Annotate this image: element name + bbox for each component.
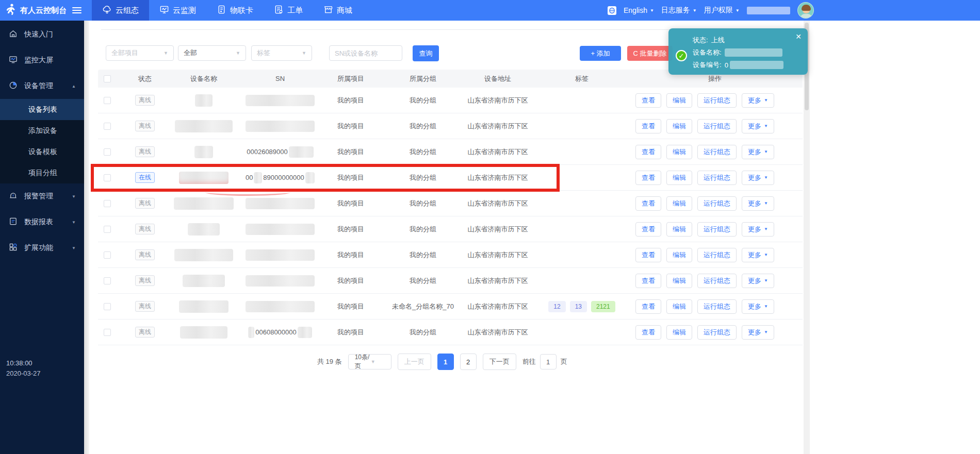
view-button[interactable]: 查看 bbox=[635, 145, 661, 159]
view-button[interactable]: 查看 bbox=[635, 274, 661, 288]
query-button[interactable]: 查询 bbox=[413, 45, 439, 61]
page-size-select[interactable]: 10条/页▼ bbox=[348, 354, 391, 369]
more-button[interactable]: 更多▼ bbox=[742, 145, 774, 159]
run-scada-button[interactable]: 运行组态 bbox=[697, 325, 737, 340]
device-name-redacted bbox=[174, 197, 234, 210]
tab-cloud-monitor[interactable]: 云监测 bbox=[149, 0, 206, 21]
device-icon bbox=[9, 81, 18, 91]
user-permission-menu[interactable]: 用户权限▼ bbox=[704, 6, 740, 15]
cell-project: 我的项目 bbox=[315, 276, 387, 285]
goto-page-input[interactable] bbox=[540, 354, 557, 369]
sidebar-item-alarm-management[interactable]: 报警管理 ▼ bbox=[0, 183, 84, 209]
row-checkbox[interactable] bbox=[104, 303, 111, 310]
project-filter-select[interactable]: 全部项目▼ bbox=[106, 45, 174, 61]
page-number-2[interactable]: 2 bbox=[460, 354, 477, 370]
row-checkbox[interactable] bbox=[104, 148, 111, 156]
row-checkbox[interactable] bbox=[104, 97, 111, 104]
status-badge: 离线 bbox=[135, 249, 155, 260]
sidebar-item-project-group[interactable]: 项目分组 bbox=[0, 162, 84, 183]
run-scada-button[interactable]: 运行组态 bbox=[697, 274, 737, 288]
sidebar-item-add-device[interactable]: 添加设备 bbox=[0, 120, 84, 141]
language-selector[interactable]: English▼ bbox=[624, 6, 654, 14]
select-all-checkbox[interactable] bbox=[104, 75, 111, 82]
cell-checkbox bbox=[98, 97, 128, 104]
sidebar-item-device-template[interactable]: 设备模板 bbox=[0, 141, 84, 162]
row-checkbox[interactable] bbox=[104, 329, 111, 336]
toast-status-value: 上线 bbox=[711, 36, 725, 45]
edit-button[interactable]: 编辑 bbox=[666, 248, 692, 262]
view-button[interactable]: 查看 bbox=[635, 325, 661, 340]
tag-filter-select[interactable]: 标签▼ bbox=[251, 45, 312, 61]
tab-mall[interactable]: 商城 bbox=[313, 0, 363, 21]
view-button[interactable]: 查看 bbox=[635, 93, 661, 108]
edit-button[interactable]: 编辑 bbox=[666, 274, 692, 288]
more-button[interactable]: 更多▼ bbox=[742, 119, 774, 133]
cell-device-name bbox=[162, 249, 246, 261]
close-icon[interactable]: ✕ bbox=[795, 32, 802, 41]
row-checkbox[interactable] bbox=[104, 226, 111, 233]
tab-work-order[interactable]: 工单 bbox=[264, 0, 313, 21]
view-button[interactable]: 查看 bbox=[635, 248, 661, 262]
edit-button[interactable]: 编辑 bbox=[666, 145, 692, 159]
tab-cloud-scada[interactable]: 云组态 bbox=[92, 0, 149, 21]
view-button[interactable]: 查看 bbox=[635, 119, 661, 133]
tab-iot-card[interactable]: 物联卡 bbox=[206, 0, 264, 21]
prev-page-button[interactable]: 上一页 bbox=[398, 354, 431, 370]
run-scada-button[interactable]: 运行组态 bbox=[697, 93, 737, 108]
more-button[interactable]: 更多▼ bbox=[742, 93, 774, 108]
cell-device-name bbox=[162, 275, 246, 287]
sidebar-scrollbar[interactable] bbox=[84, 21, 89, 454]
table-row-8: 离线我的项目我的分组山东省济南市历下区查看编辑运行组态更多▼ bbox=[98, 268, 803, 294]
run-scada-button[interactable]: 运行组态 bbox=[697, 196, 737, 211]
view-button[interactable]: 查看 bbox=[635, 222, 661, 237]
edit-button[interactable]: 编辑 bbox=[666, 119, 692, 133]
sidebar-item-device-list[interactable]: 设备列表 bbox=[0, 99, 84, 120]
more-button[interactable]: 更多▼ bbox=[742, 171, 774, 185]
chevron-down-icon: ▼ bbox=[736, 8, 740, 13]
row-checkbox[interactable] bbox=[104, 200, 111, 207]
edit-button[interactable]: 编辑 bbox=[666, 171, 692, 185]
edit-button[interactable]: 编辑 bbox=[666, 196, 692, 211]
view-button[interactable]: 查看 bbox=[635, 196, 661, 211]
log-service-menu[interactable]: 日志服务▼ bbox=[661, 6, 697, 15]
more-button[interactable]: 更多▼ bbox=[742, 248, 774, 262]
page-scrollbar[interactable] bbox=[804, 21, 810, 454]
row-checkbox[interactable] bbox=[104, 174, 111, 181]
user-avatar[interactable] bbox=[797, 2, 814, 19]
edit-button[interactable]: 编辑 bbox=[666, 325, 692, 340]
sidebar-item-extensions[interactable]: 扩展功能 ▼ bbox=[0, 235, 84, 261]
sidebar-item-device-management[interactable]: 设备管理 ▲ bbox=[0, 73, 84, 99]
hamburger-menu-icon[interactable] bbox=[72, 7, 81, 13]
edit-button[interactable]: 编辑 bbox=[666, 222, 692, 237]
goto-label: 前往 bbox=[522, 357, 536, 366]
page-number-1[interactable]: 1 bbox=[437, 354, 454, 370]
more-button[interactable]: 更多▼ bbox=[742, 299, 774, 314]
sidebar-item-monitor-screen[interactable]: 监控大屏 bbox=[0, 47, 84, 73]
row-checkbox[interactable] bbox=[104, 251, 111, 259]
run-scada-button[interactable]: 运行组态 bbox=[697, 119, 737, 133]
run-scada-button[interactable]: 运行组态 bbox=[697, 222, 737, 237]
add-device-button[interactable]: + 添加 bbox=[580, 46, 621, 61]
edit-button[interactable]: 编辑 bbox=[666, 299, 692, 314]
search-input[interactable] bbox=[329, 45, 402, 61]
more-button[interactable]: 更多▼ bbox=[742, 274, 774, 288]
tag-badge: 12 bbox=[548, 301, 565, 312]
run-scada-button[interactable]: 运行组态 bbox=[697, 171, 737, 185]
view-button[interactable]: 查看 bbox=[635, 299, 661, 314]
toast-device-code-label: 设备编号: bbox=[693, 60, 722, 70]
more-button[interactable]: 更多▼ bbox=[742, 325, 774, 340]
row-checkbox[interactable] bbox=[104, 123, 111, 130]
scope-filter-select[interactable]: 全部▼ bbox=[178, 45, 246, 61]
run-scada-button[interactable]: 运行组态 bbox=[697, 299, 737, 314]
view-button[interactable]: 查看 bbox=[635, 171, 661, 185]
sidebar-item-quick-start[interactable]: 快速入门 bbox=[0, 22, 84, 47]
edit-button[interactable]: 编辑 bbox=[666, 93, 692, 108]
batch-delete-button[interactable]: C 批量删除 bbox=[627, 46, 673, 61]
more-button[interactable]: 更多▼ bbox=[742, 196, 774, 211]
next-page-button[interactable]: 下一页 bbox=[483, 354, 516, 370]
run-scada-button[interactable]: 运行组态 bbox=[697, 145, 737, 159]
more-button[interactable]: 更多▼ bbox=[742, 222, 774, 237]
run-scada-button[interactable]: 运行组态 bbox=[697, 248, 737, 262]
sidebar-item-data-report[interactable]: 数据报表 ▼ bbox=[0, 209, 84, 235]
row-checkbox[interactable] bbox=[104, 277, 111, 284]
